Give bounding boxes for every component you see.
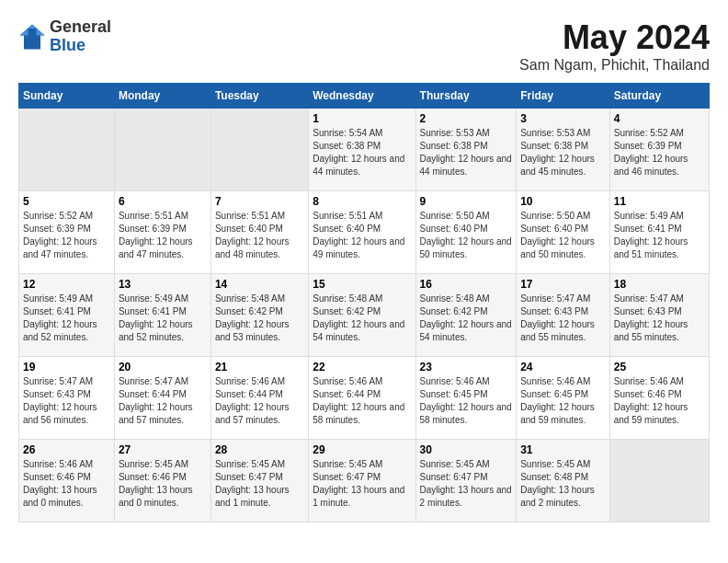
calendar-cell: 26Sunrise: 5:46 AMSunset: 6:46 PMDayligh…: [19, 440, 115, 523]
day-info: Sunrise: 5:45 AMSunset: 6:47 PMDaylight:…: [313, 458, 411, 510]
day-info: Sunrise: 5:51 AMSunset: 6:40 PMDaylight:…: [215, 210, 304, 261]
calendar-cell: 21Sunrise: 5:46 AMSunset: 6:44 PMDayligh…: [210, 357, 308, 440]
calendar-cell: 2Sunrise: 5:53 AMSunset: 6:38 PMDaylight…: [415, 109, 517, 191]
day-info: Sunrise: 5:46 AMSunset: 6:46 PMDaylight:…: [23, 458, 110, 510]
day-number: 8: [313, 195, 411, 208]
day-number: 15: [313, 278, 411, 291]
calendar-cell: 7Sunrise: 5:51 AMSunset: 6:40 PMDaylight…: [210, 191, 308, 274]
day-info: Sunrise: 5:45 AMSunset: 6:47 PMDaylight:…: [420, 458, 513, 510]
calendar-cell: 3Sunrise: 5:53 AMSunset: 6:38 PMDaylight…: [517, 109, 610, 191]
day-info: Sunrise: 5:52 AMSunset: 6:39 PMDaylight:…: [23, 210, 110, 261]
day-info: Sunrise: 5:47 AMSunset: 6:43 PMDaylight:…: [23, 375, 110, 427]
day-info: Sunrise: 5:45 AMSunset: 6:46 PMDaylight:…: [119, 458, 207, 510]
calendar-cell: 22Sunrise: 5:46 AMSunset: 6:44 PMDayligh…: [309, 357, 415, 440]
day-number: 31: [520, 443, 606, 456]
calendar-cell: 31Sunrise: 5:45 AMSunset: 6:48 PMDayligh…: [517, 440, 610, 523]
day-info: Sunrise: 5:46 AMSunset: 6:46 PMDaylight:…: [614, 375, 705, 427]
day-info: Sunrise: 5:50 AMSunset: 6:40 PMDaylight:…: [520, 210, 606, 261]
day-number: 7: [215, 195, 304, 208]
calendar-cell: [210, 109, 308, 191]
calendar-table: SundayMondayTuesdayWednesdayThursdayFrid…: [18, 83, 710, 523]
day-number: 28: [215, 443, 304, 456]
calendar-cell: [19, 109, 115, 191]
day-number: 4: [614, 112, 705, 125]
day-number: 21: [215, 361, 304, 373]
calendar-cell: 11Sunrise: 5:49 AMSunset: 6:41 PMDayligh…: [609, 191, 709, 274]
day-number: 11: [614, 195, 705, 208]
week-row-0: 1Sunrise: 5:54 AMSunset: 6:38 PMDaylight…: [19, 109, 710, 191]
day-info: Sunrise: 5:48 AMSunset: 6:42 PMDaylight:…: [215, 293, 304, 344]
calendar-cell: 1Sunrise: 5:54 AMSunset: 6:38 PMDaylight…: [309, 109, 415, 191]
page-container: General Blue May 2024 Sam Ngam, Phichit,…: [18, 18, 710, 523]
logo: General Blue: [18, 18, 111, 55]
calendar-cell: [114, 109, 210, 191]
calendar-cell: 6Sunrise: 5:51 AMSunset: 6:39 PMDaylight…: [114, 191, 210, 274]
day-number: 9: [420, 195, 513, 208]
calendar-cell: 16Sunrise: 5:48 AMSunset: 6:42 PMDayligh…: [415, 274, 517, 357]
day-number: 23: [420, 361, 513, 373]
day-info: Sunrise: 5:51 AMSunset: 6:39 PMDaylight:…: [119, 210, 207, 261]
day-info: Sunrise: 5:46 AMSunset: 6:45 PMDaylight:…: [520, 375, 606, 427]
day-number: 18: [614, 278, 705, 291]
calendar-cell: 24Sunrise: 5:46 AMSunset: 6:45 PMDayligh…: [517, 357, 610, 440]
calendar-cell: 20Sunrise: 5:47 AMSunset: 6:44 PMDayligh…: [114, 357, 210, 440]
header-day-wednesday: Wednesday: [309, 84, 415, 109]
day-number: 27: [119, 443, 207, 456]
day-number: 10: [520, 195, 606, 208]
header-day-sunday: Sunday: [19, 84, 115, 109]
header: General Blue May 2024 Sam Ngam, Phichit,…: [18, 18, 710, 74]
header-day-monday: Monday: [114, 84, 210, 109]
day-info: Sunrise: 5:54 AMSunset: 6:38 PMDaylight:…: [313, 127, 411, 178]
day-number: 26: [23, 443, 110, 456]
day-info: Sunrise: 5:51 AMSunset: 6:40 PMDaylight:…: [313, 210, 411, 261]
header-row: SundayMondayTuesdayWednesdayThursdayFrid…: [19, 84, 710, 109]
day-info: Sunrise: 5:46 AMSunset: 6:45 PMDaylight:…: [420, 375, 513, 427]
calendar-cell: 27Sunrise: 5:45 AMSunset: 6:46 PMDayligh…: [114, 440, 210, 523]
calendar-cell: 23Sunrise: 5:46 AMSunset: 6:45 PMDayligh…: [415, 357, 517, 440]
day-number: 1: [313, 112, 411, 125]
calendar-cell: 25Sunrise: 5:46 AMSunset: 6:46 PMDayligh…: [609, 357, 709, 440]
calendar-cell: 18Sunrise: 5:47 AMSunset: 6:43 PMDayligh…: [609, 274, 709, 357]
day-info: Sunrise: 5:48 AMSunset: 6:42 PMDaylight:…: [313, 293, 411, 344]
calendar-cell: 15Sunrise: 5:48 AMSunset: 6:42 PMDayligh…: [309, 274, 415, 357]
day-info: Sunrise: 5:48 AMSunset: 6:42 PMDaylight:…: [420, 293, 513, 344]
header-day-thursday: Thursday: [415, 84, 517, 109]
day-info: Sunrise: 5:45 AMSunset: 6:47 PMDaylight:…: [215, 458, 304, 510]
day-info: Sunrise: 5:53 AMSunset: 6:38 PMDaylight:…: [420, 127, 513, 178]
logo-icon: [18, 23, 46, 51]
calendar-cell: 14Sunrise: 5:48 AMSunset: 6:42 PMDayligh…: [210, 274, 308, 357]
day-info: Sunrise: 5:49 AMSunset: 6:41 PMDaylight:…: [119, 293, 207, 344]
subtitle: Sam Ngam, Phichit, Thailand: [519, 57, 710, 74]
day-info: Sunrise: 5:46 AMSunset: 6:44 PMDaylight:…: [215, 375, 304, 427]
day-number: 22: [313, 361, 411, 373]
day-number: 5: [23, 195, 110, 208]
calendar-cell: 29Sunrise: 5:45 AMSunset: 6:47 PMDayligh…: [309, 440, 415, 523]
day-number: 12: [23, 278, 110, 291]
header-day-friday: Friday: [517, 84, 610, 109]
day-number: 16: [420, 278, 513, 291]
header-day-tuesday: Tuesday: [210, 84, 308, 109]
day-info: Sunrise: 5:49 AMSunset: 6:41 PMDaylight:…: [23, 293, 110, 344]
day-number: 30: [420, 443, 513, 456]
title-section: May 2024 Sam Ngam, Phichit, Thailand: [519, 18, 710, 74]
calendar-cell: 17Sunrise: 5:47 AMSunset: 6:43 PMDayligh…: [517, 274, 610, 357]
day-number: 2: [420, 112, 513, 125]
day-number: 6: [119, 195, 207, 208]
main-title: May 2024: [519, 18, 710, 57]
week-row-3: 19Sunrise: 5:47 AMSunset: 6:43 PMDayligh…: [19, 357, 710, 440]
calendar-cell: 5Sunrise: 5:52 AMSunset: 6:39 PMDaylight…: [19, 191, 115, 274]
day-number: 25: [614, 361, 705, 373]
day-info: Sunrise: 5:52 AMSunset: 6:39 PMDaylight:…: [614, 127, 705, 178]
logo-text: General Blue: [50, 18, 111, 55]
day-number: 20: [119, 361, 207, 373]
day-info: Sunrise: 5:45 AMSunset: 6:48 PMDaylight:…: [520, 458, 606, 510]
day-number: 24: [520, 361, 606, 373]
calendar-cell: 4Sunrise: 5:52 AMSunset: 6:39 PMDaylight…: [609, 109, 709, 191]
calendar-cell: 12Sunrise: 5:49 AMSunset: 6:41 PMDayligh…: [19, 274, 115, 357]
day-number: 14: [215, 278, 304, 291]
day-info: Sunrise: 5:50 AMSunset: 6:40 PMDaylight:…: [420, 210, 513, 261]
day-number: 19: [23, 361, 110, 373]
calendar-cell: 28Sunrise: 5:45 AMSunset: 6:47 PMDayligh…: [210, 440, 308, 523]
day-number: 13: [119, 278, 207, 291]
calendar-cell: 19Sunrise: 5:47 AMSunset: 6:43 PMDayligh…: [19, 357, 115, 440]
